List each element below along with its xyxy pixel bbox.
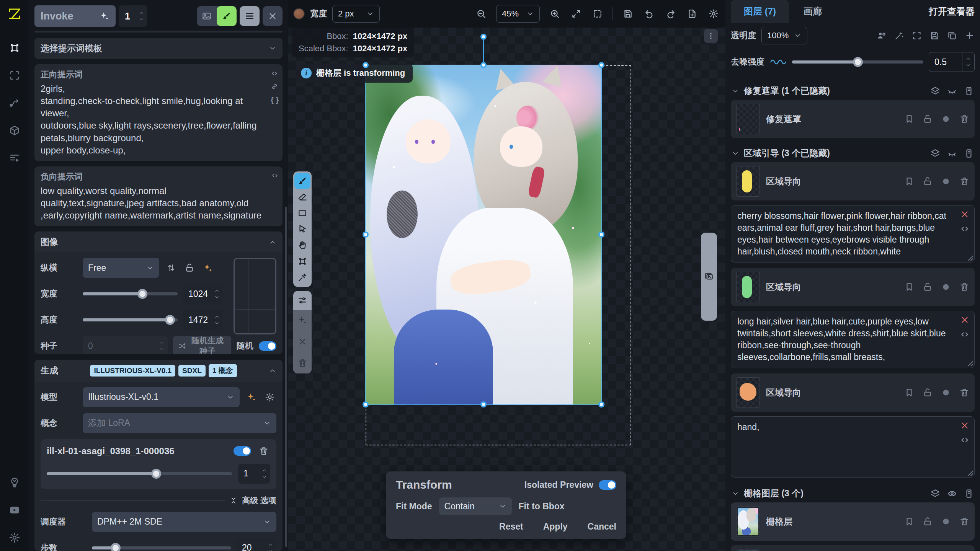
wand-icon[interactable] xyxy=(894,31,904,41)
visibility-dot-icon[interactable] xyxy=(941,282,951,292)
raster-section-header[interactable]: 栅格图层 (3 个) xyxy=(731,483,975,502)
seed-input[interactable]: 0 xyxy=(83,336,168,354)
delete-tool[interactable] xyxy=(294,355,310,371)
move-tool[interactable] xyxy=(294,221,310,237)
width-input[interactable]: 1024 xyxy=(183,284,223,304)
swap-dimensions-button[interactable] xyxy=(165,261,178,274)
resize-handle[interactable] xyxy=(967,360,973,366)
layers-icon[interactable] xyxy=(930,489,940,499)
canvas-layer-image[interactable] xyxy=(366,65,601,404)
board-icon[interactable] xyxy=(964,148,974,158)
layers-icon[interactable] xyxy=(930,86,940,96)
steps-slider[interactable] xyxy=(92,546,231,549)
fit-to-bbox-button[interactable]: Fit to Bbox xyxy=(519,501,565,512)
bookmark-icon[interactable] xyxy=(904,114,914,124)
random-seed-toggle[interactable] xyxy=(259,341,276,351)
pan-tool[interactable] xyxy=(294,237,310,253)
lora-delete-button[interactable] xyxy=(257,445,270,458)
lock-icon[interactable] xyxy=(923,388,933,398)
nav-queue-icon[interactable] xyxy=(9,152,20,165)
cancel-button[interactable]: Cancel xyxy=(588,522,616,532)
brush-width-select[interactable]: 2 px xyxy=(332,5,380,23)
settings-icon[interactable] xyxy=(9,532,20,545)
tab-layers[interactable]: 图层 (7) xyxy=(731,0,789,23)
regional-section-header[interactable]: 区域引导 (3 个已隐藏) xyxy=(731,143,975,162)
code-icon[interactable] xyxy=(271,172,279,179)
save-icon[interactable] xyxy=(929,31,939,41)
visibility-dot-icon[interactable] xyxy=(941,517,951,527)
isolated-preview-toggle[interactable] xyxy=(599,480,616,490)
nav-canvas-icon[interactable] xyxy=(9,42,20,55)
generation-section-header[interactable]: 生成 ILLUSTRIOUS-XL-V0.1 SDXL 1 概念 xyxy=(34,360,283,382)
trash-icon[interactable] xyxy=(959,114,969,124)
transform-handle-s[interactable] xyxy=(480,401,487,408)
undo-button[interactable] xyxy=(643,7,656,20)
denoise-input[interactable]: 0.5 xyxy=(929,52,975,72)
lora-weight-input[interactable]: 1 xyxy=(238,464,270,484)
eye-open-icon[interactable] xyxy=(947,489,957,499)
add-layer-icon[interactable] xyxy=(965,31,975,41)
stepper-icons[interactable] xyxy=(139,10,144,22)
eye-closed-icon[interactable] xyxy=(947,148,957,158)
layers-icon[interactable] xyxy=(930,148,940,158)
transform-handle-nw[interactable] xyxy=(363,62,369,68)
code-icon[interactable] xyxy=(960,224,970,234)
prompt-template-select[interactable]: 选择提示词模板 xyxy=(34,38,283,59)
cancel-tool[interactable] xyxy=(294,334,310,350)
reset-button[interactable]: Reset xyxy=(499,522,523,532)
brush-mode-button[interactable] xyxy=(217,6,237,26)
new-session-button[interactable] xyxy=(686,7,699,20)
transform-handle-se[interactable] xyxy=(598,401,604,408)
code-icon[interactable] xyxy=(960,435,970,445)
copy-icon[interactable] xyxy=(947,31,957,41)
invoke-button[interactable]: Invoke xyxy=(34,5,116,27)
nav-workflows-icon[interactable] xyxy=(9,97,20,110)
canvas-settings-button[interactable] xyxy=(707,7,720,20)
brush-tool[interactable] xyxy=(294,173,310,189)
board-icon[interactable] xyxy=(964,489,974,499)
resize-handle[interactable] xyxy=(967,469,973,476)
filter-tool[interactable] xyxy=(294,292,310,308)
process-tool[interactable] xyxy=(294,312,310,328)
panel-scrollbar[interactable] xyxy=(285,207,287,547)
image-mode-button[interactable] xyxy=(197,6,217,26)
add-lora-select[interactable]: 添加 LoRA xyxy=(83,413,276,433)
bookmark-icon[interactable] xyxy=(904,517,914,527)
bookmark-icon[interactable] xyxy=(904,388,914,398)
color-picker-tool[interactable] xyxy=(294,269,310,285)
trash-icon[interactable] xyxy=(959,388,969,398)
trash-icon[interactable] xyxy=(959,282,969,292)
generation-advanced-options[interactable]: 高级 选项 xyxy=(41,495,276,506)
visibility-dot-icon[interactable] xyxy=(941,176,951,186)
video-tutorials-icon[interactable] xyxy=(9,504,20,517)
transform-handle-n[interactable] xyxy=(480,62,487,68)
height-slider[interactable] xyxy=(83,318,178,321)
bbox-tool[interactable] xyxy=(294,253,310,269)
transform-handle-ne[interactable] xyxy=(598,62,604,68)
code-icon[interactable] xyxy=(271,70,278,77)
nav-upscale-icon[interactable] xyxy=(9,70,20,83)
regional-layer-row[interactable]: 区域导向 xyxy=(731,268,975,306)
braces-icon[interactable]: { } xyxy=(271,96,279,104)
lock-icon[interactable] xyxy=(923,517,933,527)
denoise-slider[interactable] xyxy=(792,60,923,64)
fit-mode-select[interactable]: Contain xyxy=(439,497,512,515)
trash-icon[interactable] xyxy=(959,176,969,186)
cancel-queue-button[interactable] xyxy=(263,6,283,26)
regional-prompt-textarea[interactable]: long hair,silver hair,blue hair,cute,pur… xyxy=(731,311,975,368)
lora-weight-slider[interactable] xyxy=(47,472,232,475)
link-icon[interactable] xyxy=(271,83,278,90)
gallery-panel-toggle[interactable] xyxy=(701,233,717,321)
queue-count-stepper[interactable]: 1 xyxy=(119,5,147,27)
bookmark-icon[interactable] xyxy=(904,176,914,186)
rect-tool[interactable] xyxy=(294,205,310,221)
save-canvas-button[interactable] xyxy=(621,7,634,20)
regional-layer-row[interactable]: 区域导向 xyxy=(731,373,975,412)
trash-icon[interactable] xyxy=(959,517,969,527)
redo-button[interactable] xyxy=(664,7,677,20)
random-seed-button[interactable]: 随机生成种子 xyxy=(173,336,231,354)
menu-button[interactable] xyxy=(240,6,260,26)
raster-layer-row[interactable]: 栅格层 xyxy=(731,545,975,551)
rotate-handle[interactable] xyxy=(480,34,487,40)
eraser-tool[interactable] xyxy=(294,189,310,205)
